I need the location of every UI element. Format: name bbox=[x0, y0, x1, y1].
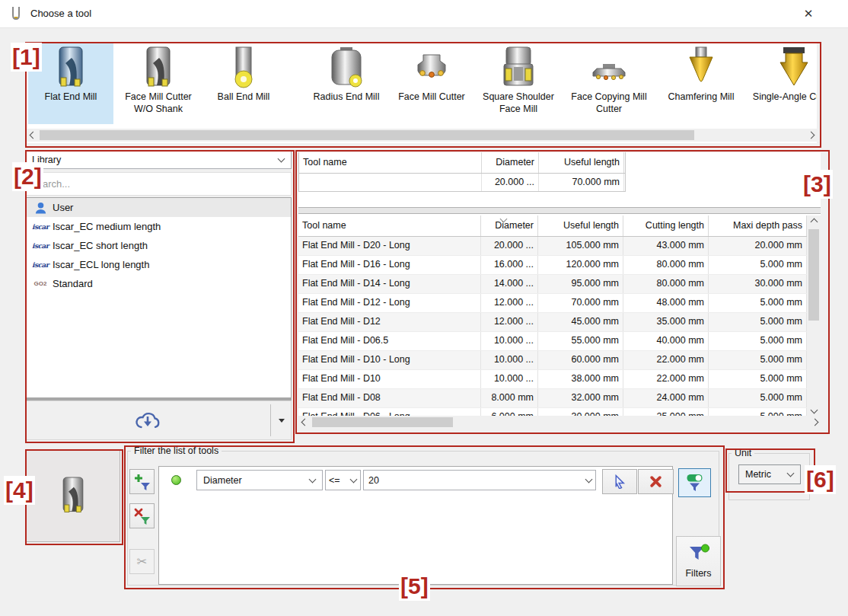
scroll-right-arrow-icon[interactable] bbox=[805, 129, 817, 142]
table-row[interactable]: Flat End Mill - D1212.000 ...45.000 mm35… bbox=[298, 313, 807, 332]
tool-type-chamfering-mill[interactable]: Chamfering Mill bbox=[658, 43, 744, 124]
table-row[interactable]: Flat End Mill - D1010.000 ...38.000 mm22… bbox=[298, 370, 807, 389]
cell: 5.000 mm bbox=[709, 389, 807, 407]
cell: 5.000 mm bbox=[709, 408, 807, 416]
unit-dropdown-value: Metric bbox=[745, 469, 771, 480]
library-dropdown[interactable]: Library bbox=[25, 150, 292, 169]
add-filter-button[interactable] bbox=[129, 469, 155, 494]
column-header-cutting-length[interactable]: Cutting length bbox=[623, 215, 709, 236]
scroll-left-arrow-icon[interactable] bbox=[298, 416, 311, 429]
cell: 25.000 mm bbox=[623, 408, 709, 416]
cell: 95.000 mm bbox=[538, 275, 623, 293]
scrollbar-thumb[interactable] bbox=[40, 130, 694, 140]
table-row[interactable]: Flat End Mill - D14 - Long14.000 ...95.0… bbox=[298, 275, 807, 294]
scroll-down-arrow-icon[interactable] bbox=[807, 404, 821, 416]
library-item-iscar-ecl-long[interactable]: iscar Iscar_ECL long length bbox=[26, 255, 291, 274]
tool-type-label: Chamfering Mill bbox=[658, 91, 744, 103]
tool-strip-scrollbar[interactable] bbox=[27, 129, 817, 142]
cell: 5.000 mm bbox=[709, 313, 807, 331]
filters-button[interactable]: Filters bbox=[676, 536, 721, 586]
remove-filter-button[interactable] bbox=[129, 503, 155, 528]
tool-type-square-shoulder-face-mill[interactable]: Square Shoulder Face Mill bbox=[476, 43, 561, 124]
cell: 24.000 mm bbox=[623, 389, 709, 407]
column-header-useful-length[interactable]: Useful length bbox=[538, 215, 623, 236]
scroll-right-arrow-icon[interactable] bbox=[808, 416, 821, 429]
cell: 105.000 mm bbox=[538, 237, 623, 255]
tool-type-single-angle-cutter[interactable]: Single-Angle Cutter bbox=[748, 43, 817, 124]
table-row[interactable]: Flat End Mill - D16 - Long16.000 ...120.… bbox=[298, 256, 807, 275]
column-header-maxi-depth-pass[interactable]: Maxi depth pass bbox=[709, 215, 807, 236]
delete-condition-button[interactable] bbox=[638, 469, 674, 494]
square-shoulder-face-mill-icon bbox=[497, 46, 540, 90]
cell: 5.000 mm bbox=[709, 294, 807, 312]
cell: 45.000 mm bbox=[538, 313, 623, 331]
table-splitter[interactable] bbox=[298, 207, 821, 214]
criteria-row[interactable]: 20.000 ... 70.000 mm bbox=[299, 174, 625, 191]
enable-filter-toggle-button[interactable] bbox=[678, 468, 711, 497]
pick-value-button[interactable] bbox=[602, 469, 637, 494]
scrollbar-thumb[interactable] bbox=[312, 417, 453, 427]
cell: Flat End Mill - D12 bbox=[298, 313, 481, 331]
filter-operator-dropdown[interactable]: <= bbox=[325, 470, 361, 490]
remove-filter-icon bbox=[134, 508, 151, 525]
column-header-diameter[interactable]: Diameter bbox=[481, 215, 538, 236]
tools-table-vscrollbar[interactable] bbox=[807, 215, 821, 416]
selected-tool-preview-icon bbox=[55, 473, 91, 519]
criteria-useful-length-cell[interactable]: 70.000 mm bbox=[539, 174, 624, 191]
scroll-left-arrow-icon[interactable] bbox=[27, 129, 39, 142]
window-title: Choose a tool bbox=[30, 8, 91, 19]
user-icon bbox=[31, 201, 49, 215]
chevron-down-icon bbox=[350, 475, 358, 483]
scroll-up-arrow-icon[interactable] bbox=[807, 215, 821, 228]
unit-dropdown[interactable]: Metric bbox=[738, 464, 801, 484]
tool-type-ball-end-mill[interactable]: Ball End Mill bbox=[201, 43, 286, 124]
tools-table: Tool name Diameter Useful length Cutting… bbox=[298, 215, 807, 416]
table-row[interactable]: Flat End Mill - D06 - Long6.000 mm30.000… bbox=[298, 408, 807, 416]
criteria-diameter-cell[interactable]: 20.000 ... bbox=[482, 174, 539, 191]
download-options-arrow-button[interactable] bbox=[271, 401, 292, 439]
cell: 5.000 mm bbox=[709, 351, 807, 369]
tool-type-flat-end-mill[interactable]: Flat End Mill bbox=[28, 43, 113, 124]
cut-filter-button: ✂ bbox=[129, 549, 155, 574]
search-input[interactable] bbox=[25, 172, 292, 196]
table-row[interactable]: Flat End Mill - D06.510.000 ...55.000 mm… bbox=[298, 332, 807, 351]
table-row[interactable]: Flat End Mill - D12 - Long12.000 ...70.0… bbox=[298, 294, 807, 313]
filter-value-input[interactable] bbox=[363, 470, 596, 490]
column-header-tool-name[interactable]: Tool name bbox=[299, 152, 482, 173]
library-item-user[interactable]: User bbox=[26, 198, 291, 217]
tool-type-face-mill-cutter-wo-shank[interactable]: Face Mill Cutter W/O Shank bbox=[116, 43, 201, 124]
tool-type-face-mill-cutter[interactable]: Face Mill Cutter bbox=[389, 43, 474, 124]
cell: 43.000 mm bbox=[623, 237, 709, 255]
library-item-label: Standard bbox=[53, 278, 93, 289]
column-header-diameter[interactable]: Diameter bbox=[482, 152, 539, 173]
cell: 120.000 mm bbox=[538, 256, 623, 274]
library-item-standard[interactable]: GO2 Standard bbox=[26, 274, 291, 293]
column-header-tool-name[interactable]: Tool name bbox=[298, 215, 481, 236]
table-row[interactable]: Flat End Mill - D10 - Long10.000 ...60.0… bbox=[298, 351, 807, 370]
cell: 22.000 mm bbox=[623, 351, 709, 369]
download-library-button[interactable] bbox=[26, 401, 269, 439]
chamfering-mill-icon bbox=[680, 46, 722, 90]
library-item-iscar-ec-short[interactable]: iscar Iscar_EC short length bbox=[26, 236, 291, 255]
table-row[interactable]: Flat End Mill - D20 - Long20.000 ...105.… bbox=[298, 237, 807, 256]
column-header-useful-length[interactable]: Useful length bbox=[539, 152, 624, 173]
filters-button-label: Filters bbox=[685, 568, 711, 579]
library-item-iscar-ec-medium[interactable]: iscar Iscar_EC medium length bbox=[26, 217, 291, 236]
table-row[interactable]: Flat End Mill - D088.000 mm32.000 mm24.0… bbox=[298, 389, 807, 408]
tool-type-label: Flat End Mill bbox=[28, 91, 113, 103]
cell: Flat End Mill - D12 - Long bbox=[298, 294, 481, 312]
tool-type-radius-end-mill[interactable]: Radius End Mill bbox=[304, 43, 389, 124]
criteria-tool-name-cell[interactable] bbox=[299, 174, 482, 191]
library-list: User iscar Iscar_EC medium length iscar … bbox=[25, 197, 292, 398]
cell: 10.000 ... bbox=[481, 332, 538, 350]
tool-type-label: Ball End Mill bbox=[201, 91, 286, 103]
cell: 35.000 mm bbox=[623, 313, 709, 331]
tool-type-face-copying-mill-cutter[interactable]: Face Copying Mill Cutter bbox=[566, 43, 652, 124]
tools-table-hscrollbar[interactable] bbox=[298, 416, 821, 429]
scrollbar-thumb[interactable] bbox=[808, 229, 819, 321]
chevron-down-icon bbox=[787, 470, 795, 477]
unit-group-title: Unit bbox=[732, 448, 754, 458]
filter-field-dropdown[interactable]: Diameter bbox=[196, 470, 323, 490]
close-button[interactable]: ✕ bbox=[793, 2, 824, 24]
cloud-download-icon bbox=[134, 410, 161, 431]
